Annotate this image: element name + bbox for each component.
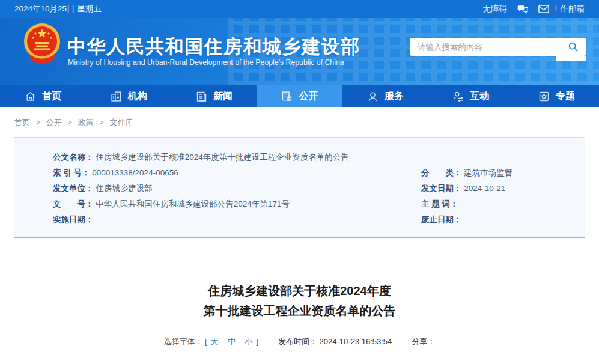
disclosure-icon — [281, 90, 293, 103]
bracket: ] — [256, 337, 258, 346]
info-label: 发文日期： — [421, 184, 462, 193]
info-value: 住房城乡建设部 — [96, 184, 153, 193]
site-title: 中华人民共和国住房和城乡建设部 — [67, 34, 360, 59]
nav-label: 服务 — [385, 90, 404, 103]
accessibility-label: 无障碍 — [483, 4, 508, 14]
nav-label: 公开 — [299, 90, 318, 103]
nav-label: 专题 — [556, 90, 575, 103]
info-value: 住房城乡建设部关于核准2024年度第十批建设工程企业资质名单的公告 — [96, 153, 349, 162]
article-title-line2: 第十批建设工程企业资质名单的公告 — [14, 301, 585, 321]
topic-icon — [538, 90, 550, 103]
accessibility-link[interactable]: 无障碍 — [483, 4, 508, 14]
nav-label: 新闻 — [213, 90, 233, 103]
info-label: 发文单位： — [53, 184, 94, 193]
info-value: 中华人民共和国住房和城乡建设部公告2024年第171号 — [96, 199, 290, 208]
breadcrumb-separator: > — [36, 118, 41, 127]
share-label[interactable]: 分享： — [412, 337, 436, 346]
interaction-icon — [452, 90, 464, 103]
top-utility-bar: 2024年10月25日 星期五 无障碍 工作邮箱 — [0, 0, 599, 18]
nav-tab-interaction[interactable]: 互动 — [428, 85, 513, 107]
search-icon[interactable] — [568, 41, 579, 52]
breadcrumb-policy[interactable]: 政策 — [78, 118, 94, 127]
work-mailbox-link[interactable]: 工作邮箱 — [538, 4, 585, 14]
site-header: www.mohurd.gov.cn 中华人民共和国住房和城乡建设部 Minist… — [0, 18, 599, 85]
nav-label: 机构 — [128, 90, 147, 103]
publish-time-label: 发布时间： — [278, 337, 317, 346]
breadcrumb: 首页 > 公开 > 政策 > 文件库 — [0, 107, 599, 128]
nav-label: 互动 — [470, 90, 489, 103]
font-size-label: 选择字体： — [163, 337, 202, 346]
breadcrumb-home[interactable]: 首页 — [14, 118, 30, 127]
search-bar — [410, 38, 586, 56]
nav-tab-organization[interactable]: 机构 — [85, 85, 171, 107]
breadcrumb-separator: > — [67, 118, 72, 127]
document-info-box: 公文名称： 住房城乡建设部关于核准2024年度第十批建设工程企业资质名单的公告 … — [14, 137, 585, 238]
info-label: 文 号： — [53, 199, 94, 208]
info-row-issue-date: 发文日期： 2024-10-21 — [421, 181, 579, 196]
article-meta-bar: 选择字体： [ 大 - 中 - 小 ] 发布时间： 2024-10-23 16:… — [14, 336, 585, 347]
info-label: 实施日期： — [53, 215, 94, 224]
building-icon — [110, 90, 123, 103]
national-emblem-logo — [23, 22, 61, 68]
font-size-large-button[interactable]: 大 — [210, 337, 218, 346]
site-subtitle-en: Ministry of Housing and Urban-Rural Deve… — [68, 58, 344, 67]
bracket: [ — [205, 337, 207, 346]
dash: - — [222, 337, 224, 346]
chat-bubbles-icon[interactable] — [517, 4, 529, 14]
breadcrumb-library[interactable]: 文件库 — [110, 118, 133, 127]
nav-tab-services[interactable]: 服务 — [342, 85, 428, 107]
info-row-doc-title: 公文名称： 住房城乡建设部关于核准2024年度第十批建设工程企业资质名单的公告 — [53, 150, 579, 165]
main-nav: 首页 机构 新闻 公开 服务 互动 专题 — [0, 85, 599, 107]
article-title-line1: 住房城乡建设部关于核准2024年度 — [14, 281, 585, 301]
service-icon — [366, 90, 379, 103]
nav-tab-disclosure[interactable]: 公开 — [257, 85, 342, 107]
info-row-doc-number: 文 号： 中华人民共和国住房和城乡建设部公告2024年第171号 — [53, 196, 421, 212]
info-label: 分 类： — [421, 168, 462, 177]
nav-tab-topics[interactable]: 专题 — [514, 85, 599, 107]
info-label: 索 引 号： — [53, 168, 90, 177]
publish-time-value: 2024-10-23 16:53:54 — [320, 337, 392, 346]
mailbox-label: 工作邮箱 — [552, 4, 585, 14]
article-panel: 住房城乡建设部关于核准2024年度 第十批建设工程企业资质名单的公告 选择字体：… — [14, 258, 585, 364]
nav-tab-home[interactable]: 首页 — [0, 85, 85, 107]
info-label: 废止日期： — [421, 215, 462, 224]
info-row-abolition-date: 废止日期： — [421, 212, 579, 228]
info-row-category: 分 类： 建筑市场监管 — [421, 165, 579, 181]
info-label: 主 题 词： — [421, 199, 458, 208]
current-date: 2024年10月25日 星期五 — [14, 4, 102, 14]
info-row-subject-words: 主 题 词： — [421, 196, 579, 212]
font-size-small-button[interactable]: 小 — [245, 337, 252, 346]
dash: - — [239, 337, 242, 346]
info-value: 建筑市场监管 — [464, 168, 512, 177]
home-icon — [24, 90, 37, 103]
breadcrumb-separator: > — [99, 118, 104, 127]
nav-label: 首页 — [42, 90, 61, 103]
news-icon — [195, 90, 208, 103]
article-title: 住房城乡建设部关于核准2024年度 第十批建设工程企业资质名单的公告 — [14, 281, 585, 321]
font-size-medium-button[interactable]: 中 — [228, 337, 236, 346]
info-row-index-number: 索 引 号： 000013338/2024-00656 — [53, 165, 421, 181]
info-row-issuing-unit: 发文单位： 住房城乡建设部 — [53, 181, 421, 196]
info-row-implementation-date: 实施日期： — [53, 212, 421, 228]
info-value: 2024-10-21 — [464, 184, 505, 193]
nav-tab-news[interactable]: 新闻 — [171, 85, 257, 107]
info-label: 公文名称： — [53, 153, 94, 162]
breadcrumb-disclosure[interactable]: 公开 — [46, 118, 62, 127]
mail-icon — [538, 5, 549, 13]
search-input[interactable] — [418, 43, 568, 52]
info-value: 000013338/2024-00656 — [92, 168, 178, 177]
